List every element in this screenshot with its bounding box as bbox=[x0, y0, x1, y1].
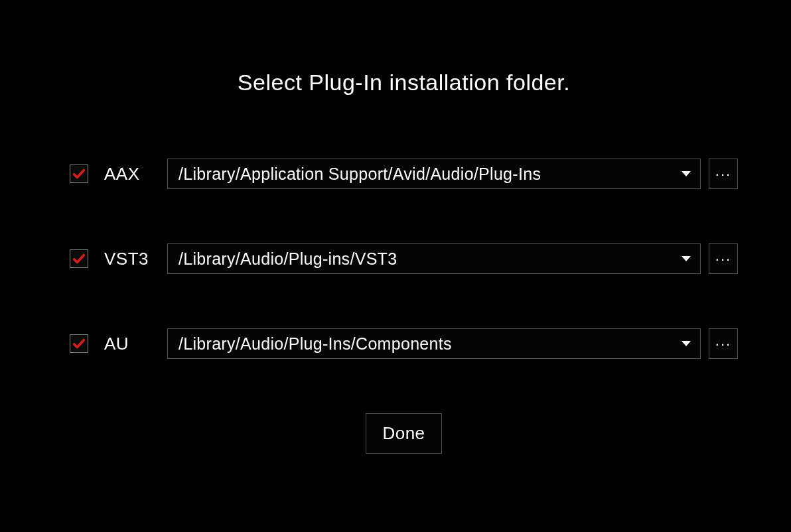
chevron-down-icon bbox=[682, 171, 691, 176]
check-icon bbox=[72, 166, 86, 181]
path-value-vst3: /Library/Audio/Plug-ins/VST3 bbox=[179, 249, 397, 269]
page-title: Select Plug-In installation folder. bbox=[70, 70, 738, 96]
done-button[interactable]: Done bbox=[366, 413, 441, 454]
plugin-row-vst3: VST3 /Library/Audio/Plug-ins/VST3 ... bbox=[70, 243, 738, 274]
browse-button-vst3[interactable]: ... bbox=[709, 243, 738, 274]
plugin-label-vst3: VST3 bbox=[104, 249, 167, 269]
path-dropdown-vst3[interactable]: /Library/Audio/Plug-ins/VST3 bbox=[167, 243, 701, 274]
plugin-label-aax: AAX bbox=[104, 164, 167, 184]
path-dropdown-aax[interactable]: /Library/Application Support/Avid/Audio/… bbox=[167, 159, 701, 189]
check-icon bbox=[72, 251, 86, 266]
path-dropdown-au[interactable]: /Library/Audio/Plug-Ins/Components bbox=[167, 328, 701, 359]
chevron-down-icon bbox=[682, 341, 691, 346]
plugin-label-au: AU bbox=[104, 334, 167, 354]
checkbox-vst3[interactable] bbox=[70, 249, 88, 268]
browse-button-au[interactable]: ... bbox=[709, 328, 738, 359]
plugin-row-aax: AAX /Library/Application Support/Avid/Au… bbox=[70, 159, 738, 189]
chevron-down-icon bbox=[682, 256, 691, 261]
check-icon bbox=[72, 336, 86, 351]
plugin-row-au: AU /Library/Audio/Plug-Ins/Components ..… bbox=[70, 328, 738, 359]
browse-button-aax[interactable]: ... bbox=[709, 159, 738, 189]
checkbox-aax[interactable] bbox=[70, 165, 88, 183]
path-value-aax: /Library/Application Support/Avid/Audio/… bbox=[179, 165, 541, 184]
path-value-au: /Library/Audio/Plug-Ins/Components bbox=[179, 334, 452, 354]
checkbox-au[interactable] bbox=[70, 334, 88, 353]
